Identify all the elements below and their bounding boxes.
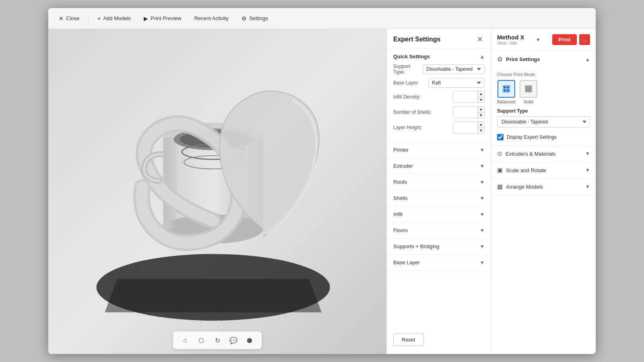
scale-rotate-header[interactable]: ▣ Scale and Rotate ▼ xyxy=(491,162,596,178)
scale-icon: ▣ xyxy=(497,167,503,174)
infill-density-down[interactable]: ▼ xyxy=(478,97,484,103)
settings-button[interactable]: ⚙ Settings xyxy=(236,13,274,24)
expert-panel-title: Expert Settings xyxy=(393,36,440,43)
base-layer-section: Base Layer ▼ xyxy=(387,255,491,271)
infill-density-up[interactable]: ▲ xyxy=(478,91,484,97)
print-preview-button[interactable]: ▶ Print Preview xyxy=(138,13,187,24)
more-options-button[interactable]: ... xyxy=(579,34,590,45)
arrange-models-section: ▦ Arrange Models ▼ xyxy=(491,179,596,195)
arrange-models-chevron: ▼ xyxy=(585,184,590,189)
floors-header[interactable]: Floors ▼ xyxy=(387,222,491,238)
layers-button[interactable]: ⬢ xyxy=(243,334,256,347)
infill-density-control: 0.2 ▲ ▼ xyxy=(453,91,485,103)
quick-settings-header[interactable]: Quick Settings ▲ xyxy=(393,53,485,60)
printer-header[interactable]: Printer ▼ xyxy=(387,142,491,158)
display-expert-checkbox[interactable] xyxy=(497,134,504,140)
layer-height-up[interactable]: ▲ xyxy=(478,122,484,128)
comment-button[interactable]: 💬 xyxy=(227,334,240,347)
recent-activity-button[interactable]: Recent Activity xyxy=(189,13,234,24)
expert-panel-close-button[interactable]: ✕ xyxy=(475,35,485,44)
layer-height-row: Layer Height: 0.203 ▲ ▼ xyxy=(393,121,485,134)
comment-icon: 💬 xyxy=(229,337,237,344)
extruders-materials-section: ⊙ Extruders & Materials ▼ xyxy=(491,146,596,162)
extruders-icon: ⊙ xyxy=(497,150,502,157)
base-layer-row: Base Layer: Raft None Brim Skirt xyxy=(393,78,485,88)
support-type-select[interactable]: Dissolvable - Tapered None Normal Dissol… xyxy=(423,64,485,74)
reset-area: Reset xyxy=(387,325,491,354)
layer-height-input[interactable]: 0.203 xyxy=(453,122,477,133)
layer-height-down[interactable]: ▼ xyxy=(478,128,484,133)
layer-height-label: Layer Height: xyxy=(393,125,453,130)
method-status: Xbot - Idle xyxy=(497,41,524,45)
print-settings-header[interactable]: ⚙ Print Settings ▲ xyxy=(491,51,596,68)
supports-bridging-chevron: ▼ xyxy=(480,244,485,249)
support-type-control: Dissolvable - Tapered None Normal Dissol… xyxy=(423,64,485,74)
right-support-type-select[interactable]: Dissolvable - Tapered None Normal xyxy=(497,116,590,128)
supports-bridging-section: Supports + Bridging ▼ xyxy=(387,239,491,255)
add-models-button[interactable]: + Add Models xyxy=(92,13,136,24)
infill-density-input[interactable]: 0.2 xyxy=(453,91,477,103)
scale-rotate-chevron: ▼ xyxy=(585,167,590,173)
infill-header[interactable]: Infill ▼ xyxy=(387,206,491,222)
home-icon: ⌂ xyxy=(183,337,187,344)
cube-icon: ⬡ xyxy=(198,337,204,344)
close-icon: ✕ xyxy=(59,15,64,22)
roofs-section: Roofs ▼ xyxy=(387,174,491,190)
base-layer-select[interactable]: Raft None Brim Skirt xyxy=(428,78,485,88)
viewport-bottom-toolbar: ⌂ ⬡ ↻ 💬 ⬢ xyxy=(173,331,262,349)
method-actions: Print ... xyxy=(552,34,590,45)
expert-panel-header: Expert Settings ✕ xyxy=(387,29,491,49)
base-layer-label: Base Layer: xyxy=(393,80,428,86)
shells-section: Shells ▼ xyxy=(387,190,491,206)
method-dropdown-arrow[interactable]: ▼ xyxy=(534,35,542,44)
extruder-label: Extruder xyxy=(393,163,413,169)
shells-input[interactable]: 2 xyxy=(453,107,477,118)
support-type-row: Support Type: Dissolvable - Tapered None… xyxy=(393,64,485,75)
roofs-header[interactable]: Roofs ▼ xyxy=(387,174,491,190)
arrange-models-label: Arrange Models xyxy=(506,184,543,190)
shells-chevron: ▼ xyxy=(480,195,485,201)
balanced-mode-icon xyxy=(497,80,515,98)
arrange-models-header[interactable]: ▦ Arrange Models ▼ xyxy=(491,179,596,195)
toolbar-separator xyxy=(88,13,89,24)
supports-bridging-label: Supports + Bridging xyxy=(393,243,440,249)
expert-settings-panel: Expert Settings ✕ Quick Settings ▲ Suppo… xyxy=(386,29,491,354)
base-layer-control: Raft None Brim Skirt xyxy=(428,78,485,88)
layers-icon: ⬢ xyxy=(247,337,252,344)
layer-height-spinners: ▲ ▼ xyxy=(477,122,484,133)
balanced-mode-option[interactable]: Balanced xyxy=(497,80,516,104)
print-settings-title: Print Settings xyxy=(506,56,540,62)
close-button[interactable]: ✕ Close xyxy=(53,13,85,24)
extruders-materials-chevron: ▼ xyxy=(585,151,590,156)
shells-header[interactable]: Shells ▼ xyxy=(387,190,491,206)
infill-density-row: Infill Density: 0.2 ▲ ▼ xyxy=(393,91,485,103)
arrange-models-left: ▦ Arrange Models xyxy=(497,183,543,190)
method-header: Method X Xbot - Idle ▼ Print ... xyxy=(491,29,596,51)
settings-gear-icon: ⚙ xyxy=(497,56,503,63)
3d-model xyxy=(48,29,386,354)
home-view-button[interactable]: ⌂ xyxy=(179,334,192,347)
roofs-label: Roofs xyxy=(393,179,407,185)
viewport[interactable]: ⌂ ⬡ ↻ 💬 ⬢ xyxy=(48,29,386,354)
shells-spinners: ▲ ▼ xyxy=(477,107,484,118)
orbit-button[interactable]: ↻ xyxy=(211,334,224,347)
right-support-type-label: Support Type xyxy=(497,108,590,114)
solid-mode-option[interactable]: Solid xyxy=(520,80,537,104)
cube-view-button[interactable]: ⬡ xyxy=(195,334,208,347)
extruder-section: Extruder ▼ xyxy=(387,158,491,174)
print-button[interactable]: Print xyxy=(552,34,577,45)
shells-up[interactable]: ▲ xyxy=(478,107,484,112)
scale-rotate-section: ▣ Scale and Rotate ▼ xyxy=(491,162,596,179)
shells-down[interactable]: ▼ xyxy=(478,112,484,118)
display-expert-label: Display Expert Settings xyxy=(507,134,557,140)
reset-button[interactable]: Reset xyxy=(393,333,424,346)
svg-rect-24 xyxy=(504,86,506,88)
supports-bridging-header[interactable]: Supports + Bridging ▼ xyxy=(387,239,491,254)
extruders-materials-header[interactable]: ⊙ Extruders & Materials ▼ xyxy=(491,146,596,162)
extruder-header[interactable]: Extruder ▼ xyxy=(387,158,491,174)
print-mode-section: Choose Print Mode: xyxy=(491,68,596,108)
orbit-icon: ↻ xyxy=(215,337,220,344)
svg-marker-14 xyxy=(105,279,322,313)
gear-icon: ⚙ xyxy=(242,15,247,22)
base-layer-header[interactable]: Base Layer ▼ xyxy=(387,255,491,270)
